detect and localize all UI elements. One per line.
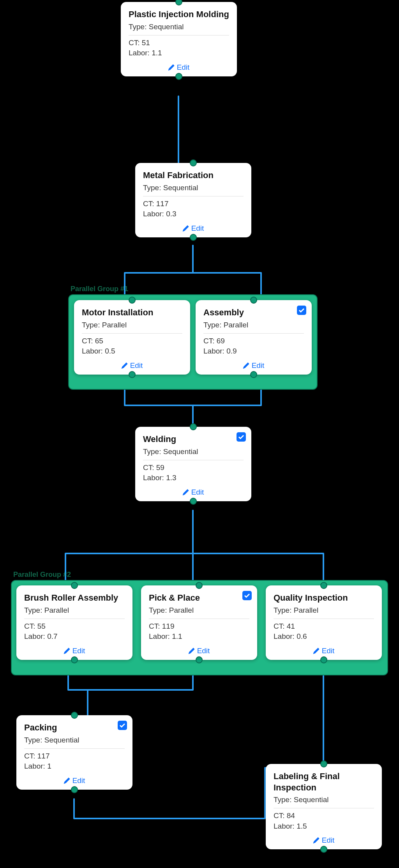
node-title: Metal Fabrication: [143, 170, 244, 181]
node-title: Plastic Injection Molding: [129, 9, 229, 20]
edit-button[interactable]: Edit: [122, 361, 143, 370]
node-title: Packing: [24, 722, 125, 734]
node-type: Type: Parallel: [24, 606, 125, 615]
node-title: Assembly: [203, 307, 304, 318]
pencil-icon: [183, 225, 189, 232]
port-bottom-icon[interactable]: [129, 371, 136, 378]
node-labor: Labor: 0.5: [82, 346, 182, 357]
node-quality-inspection[interactable]: Quality Inspection Type: Parallel CT: 41…: [266, 585, 382, 660]
port-top-icon[interactable]: [320, 760, 327, 767]
check-icon: [244, 592, 250, 599]
divider: [274, 808, 374, 808]
node-type: Type: Parallel: [149, 606, 249, 615]
node-type: Type: Sequential: [143, 447, 244, 456]
node-labor: Labor: 1.1: [129, 48, 229, 58]
edit-button[interactable]: Edit: [64, 776, 85, 785]
node-labor: Labor: 1.5: [274, 821, 374, 832]
node-ct: CT: 55: [24, 621, 125, 632]
port-top-icon[interactable]: [190, 423, 197, 430]
node-type: Type: Parallel: [274, 606, 374, 615]
pencil-icon: [243, 362, 249, 369]
node-metal-fabrication[interactable]: Metal Fabrication Type: Sequential CT: 1…: [135, 163, 251, 237]
node-type: Type: Sequential: [143, 184, 244, 192]
node-selected-checkbox[interactable]: [237, 432, 246, 442]
node-type: Type: Sequential: [129, 23, 229, 31]
port-bottom-icon[interactable]: [320, 846, 327, 853]
node-type: Type: Parallel: [203, 321, 304, 329]
node-plastic-injection-molding[interactable]: Plastic Injection Molding Type: Sequenti…: [121, 2, 237, 76]
node-title: Brush Roller Assembly: [24, 592, 125, 604]
node-type: Type: Sequential: [274, 796, 374, 804]
node-ct: CT: 69: [203, 336, 304, 346]
port-bottom-icon[interactable]: [71, 786, 78, 793]
node-pick-and-place[interactable]: Pick & Place Type: Parallel CT: 119 Labo…: [141, 585, 257, 660]
node-motor-installation[interactable]: Motor Installation Type: Parallel CT: 65…: [74, 300, 190, 375]
divider: [129, 35, 229, 35]
node-type: Type: Sequential: [24, 736, 125, 744]
edit-button[interactable]: Edit: [183, 224, 204, 233]
port-top-icon[interactable]: [71, 712, 78, 719]
port-top-icon[interactable]: [190, 159, 197, 166]
edit-button[interactable]: Edit: [168, 63, 190, 72]
port-bottom-icon[interactable]: [196, 656, 203, 663]
edit-button[interactable]: Edit: [313, 647, 335, 655]
node-ct: CT: 117: [143, 199, 244, 209]
node-type: Type: Parallel: [82, 321, 182, 329]
pencil-icon: [64, 648, 70, 654]
port-top-icon[interactable]: [129, 297, 136, 304]
port-top-icon[interactable]: [196, 582, 203, 589]
check-icon: [238, 434, 244, 440]
pencil-icon: [122, 362, 128, 369]
divider: [24, 748, 125, 749]
node-welding[interactable]: Welding Type: Sequential CT: 59 Labor: 1…: [135, 427, 251, 501]
node-ct: CT: 51: [129, 38, 229, 48]
node-title: Motor Installation: [82, 307, 182, 318]
port-bottom-icon[interactable]: [175, 73, 182, 80]
check-icon: [119, 722, 125, 728]
port-bottom-icon[interactable]: [320, 656, 327, 663]
node-labor: Labor: 0.3: [143, 209, 244, 219]
pencil-icon: [189, 648, 195, 654]
port-bottom-icon[interactable]: [71, 656, 78, 663]
node-brush-roller-assembly[interactable]: Brush Roller Assembly Type: Parallel CT:…: [16, 585, 132, 660]
port-bottom-icon[interactable]: [250, 371, 257, 378]
node-labor: Labor: 0.7: [24, 631, 125, 642]
edit-button[interactable]: Edit: [189, 647, 210, 655]
edit-button[interactable]: Edit: [64, 647, 85, 655]
divider: [274, 619, 374, 619]
pencil-icon: [313, 837, 320, 843]
divider: [203, 333, 304, 334]
node-packing[interactable]: Packing Type: Sequential CT: 117 Labor: …: [16, 715, 132, 790]
edit-button[interactable]: Edit: [313, 836, 335, 845]
pencil-icon: [168, 64, 175, 71]
node-ct: CT: 117: [24, 751, 125, 762]
node-ct: CT: 119: [149, 621, 249, 632]
port-top-icon[interactable]: [71, 582, 78, 589]
node-selected-checkbox[interactable]: [242, 591, 252, 600]
edit-button[interactable]: Edit: [183, 488, 204, 497]
node-labor: Labor: 1.1: [149, 631, 249, 642]
divider: [143, 460, 244, 460]
node-selected-checkbox[interactable]: [297, 306, 306, 315]
node-labor: Labor: 1: [24, 761, 125, 772]
node-selected-checkbox[interactable]: [118, 721, 127, 730]
node-title: Labeling & Final Inspection: [274, 771, 374, 793]
pencil-icon: [183, 489, 189, 495]
port-top-icon[interactable]: [175, 0, 182, 5]
divider: [143, 196, 244, 196]
edit-button[interactable]: Edit: [243, 361, 265, 370]
port-top-icon[interactable]: [320, 582, 327, 589]
check-icon: [298, 307, 305, 313]
node-title: Quality Inspection: [274, 592, 374, 604]
group-label: Parallel Group #1: [71, 285, 128, 293]
node-title: Welding: [143, 434, 244, 445]
node-labeling-final-inspection[interactable]: Labeling & Final Inspection Type: Sequen…: [266, 764, 382, 849]
flow-canvas[interactable]: Parallel Group #1 Parallel Group #2 Plas…: [0, 0, 399, 868]
node-assembly[interactable]: Assembly Type: Parallel CT: 69 Labor: 0.…: [196, 300, 312, 375]
pencil-icon: [64, 778, 70, 784]
node-labor: Labor: 0.6: [274, 631, 374, 642]
port-bottom-icon[interactable]: [190, 498, 197, 505]
node-ct: CT: 41: [274, 621, 374, 632]
port-top-icon[interactable]: [250, 297, 257, 304]
port-bottom-icon[interactable]: [190, 234, 197, 241]
